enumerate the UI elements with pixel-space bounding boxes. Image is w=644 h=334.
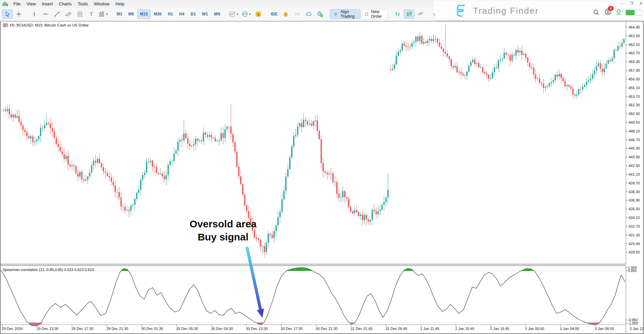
annotation-line2: Buy signal: [174, 230, 272, 243]
menu-help[interactable]: Help: [112, 1, 127, 7]
menu-insert[interactable]: Insert: [39, 1, 56, 7]
cursor-tool[interactable]: [2, 9, 13, 19]
chart-title-row: BCHUSD, M15: Bitcoin Cash vs US Dollar: [3, 23, 89, 27]
svg-text:29 Dec 13:30: 29 Dec 13:30: [37, 327, 58, 331]
search-icon[interactable]: [593, 9, 600, 16]
svg-text:453.70: 453.70: [629, 95, 640, 99]
timeframe-w1[interactable]: W1: [199, 9, 211, 19]
vertical-line-tool[interactable]: [29, 9, 40, 19]
bars-icon: [394, 11, 401, 17]
svg-text:3 Jan 08:00: 3 Jan 08:00: [595, 327, 614, 331]
text-tool[interactable]: T: [86, 9, 97, 19]
svg-text:434.10: 434.10: [629, 216, 640, 220]
timeframe-h4[interactable]: H4: [176, 9, 187, 19]
fibonacci-tool[interactable]: [74, 9, 85, 19]
svg-text:T: T: [90, 11, 93, 17]
svg-text:456.50: 456.50: [629, 77, 640, 81]
linechart-icon: [229, 11, 235, 17]
svg-text:452.30: 452.30: [629, 103, 640, 107]
svg-text:435.50: 435.50: [629, 207, 640, 211]
shapes-icon: [98, 11, 105, 17]
hline-icon: [42, 11, 49, 17]
indicator-label: Spearman correlation (12,-0.85,0.85) 0.6…: [3, 268, 94, 272]
svg-text:463.50: 463.50: [629, 34, 640, 38]
svg-text:457.90: 457.90: [629, 68, 640, 72]
svg-text:455.10: 455.10: [629, 86, 640, 90]
svg-text:30 Dec 13:30: 30 Dec 13:30: [246, 327, 268, 331]
svg-text:30 Dec 01:30: 30 Dec 01:30: [141, 327, 163, 331]
market-button[interactable]: [280, 9, 291, 19]
channel-icon: [65, 11, 72, 17]
indicators-button[interactable]: ▼: [240, 9, 253, 19]
timeframe-h1[interactable]: H1: [165, 9, 176, 19]
svg-text:450.90: 450.90: [629, 112, 640, 116]
new-order-button[interactable]: New Order: [361, 9, 388, 19]
timeframe-m30[interactable]: M30: [151, 9, 164, 19]
svg-text:459.30: 459.30: [629, 60, 640, 64]
algo-trading-button[interactable]: Algo Trading: [330, 9, 360, 19]
community-button[interactable]: [315, 9, 325, 19]
line-mode-button[interactable]: [415, 9, 426, 19]
signals-button[interactable]: [292, 9, 303, 19]
candles-icon: [406, 11, 413, 17]
svg-text:2 Jan 11:45: 2 Jan 11:45: [420, 327, 439, 331]
timeframe-m5[interactable]: M5: [126, 9, 137, 19]
signals-icon: [294, 11, 301, 17]
annotation-text: Oversold area Buy signal: [174, 217, 272, 243]
cursor-icon: [4, 11, 11, 17]
annotation-line1: Oversold area: [174, 217, 272, 230]
text-icon: T: [88, 11, 95, 17]
timeframe-m1[interactable]: M1: [114, 9, 125, 19]
svg-text:441.10: 441.10: [629, 172, 640, 176]
chart-template-button[interactable]: ▼: [228, 9, 240, 19]
svg-text:446.70: 446.70: [629, 138, 640, 142]
svg-text:442.50: 442.50: [629, 164, 640, 168]
restore-icon[interactable]: ❐: [629, 1, 635, 6]
horizontal-line-tool[interactable]: [40, 9, 51, 19]
svg-text:464.90: 464.90: [629, 25, 640, 29]
svg-text:-1.000: -1.000: [628, 321, 638, 325]
close-icon[interactable]: ✕: [638, 1, 644, 6]
ide-button[interactable]: IDE: [268, 9, 280, 19]
neworder-icon: [365, 11, 369, 17]
cloud-button[interactable]: [303, 9, 314, 19]
svg-text:438.30: 438.30: [629, 190, 640, 194]
timeframe-mn[interactable]: MN: [211, 9, 223, 19]
trading-finder-logo-icon: [455, 4, 469, 17]
svg-text:462.10: 462.10: [629, 43, 640, 47]
bar-mode-button[interactable]: [392, 9, 403, 19]
play-icon: [334, 11, 338, 17]
minimize-icon[interactable]: –: [619, 1, 625, 6]
svg-text:30 Dec 21:30: 30 Dec 21:30: [316, 327, 337, 331]
candle-mode-button[interactable]: [404, 9, 415, 19]
svg-text:432.70: 432.70: [629, 224, 640, 228]
chart-candles-icon: [10, 23, 15, 27]
menu-file[interactable]: File: [10, 1, 23, 7]
svg-text:3 Jan 12:00: 3 Jan 12:00: [630, 327, 644, 331]
menu-charts[interactable]: Charts: [56, 1, 74, 7]
menu-window[interactable]: Window: [91, 1, 112, 7]
level-progress-bar: [626, 10, 642, 15]
trendline-tool[interactable]: [52, 9, 62, 19]
timeframe-m15[interactable]: M15: [137, 9, 150, 19]
timeframe-d1[interactable]: D1: [188, 9, 199, 19]
svg-text:0.850: 0.850: [628, 269, 637, 273]
svg-text:31 Dec 01:45: 31 Dec 01:45: [351, 327, 372, 331]
notification-badge: 1: [608, 6, 614, 11]
crosshair-tool[interactable]: [13, 9, 24, 19]
menubar: FileViewInsertChartsToolsWindowHelp: [10, 1, 127, 7]
shapes-tool[interactable]: ▼: [97, 9, 109, 19]
channel-tool[interactable]: [63, 9, 74, 19]
chart-title: BCHUSD, M15: Bitcoin Cash vs US Dollar: [16, 23, 89, 27]
symbols-button[interactable]: $: [253, 9, 264, 19]
window-controls: –❐✕: [619, 1, 644, 6]
menu-view[interactable]: View: [23, 1, 39, 7]
account-button[interactable]: 1: [604, 8, 612, 17]
menu-tools[interactable]: Tools: [75, 1, 91, 7]
svg-text:30 Dec 17:30: 30 Dec 17:30: [281, 327, 303, 331]
svg-text:29 Dec 2024: 29 Dec 2024: [2, 327, 22, 331]
trading-finder-brand: Trading Finder: [455, 4, 539, 17]
svg-text:3 Jan 04:00: 3 Jan 04:00: [560, 327, 579, 331]
chart-area[interactable]: 464.90463.50462.10460.70459.30457.90456.…: [0, 0, 644, 334]
svg-text:29 Dec 17:30: 29 Dec 17:30: [71, 327, 93, 331]
